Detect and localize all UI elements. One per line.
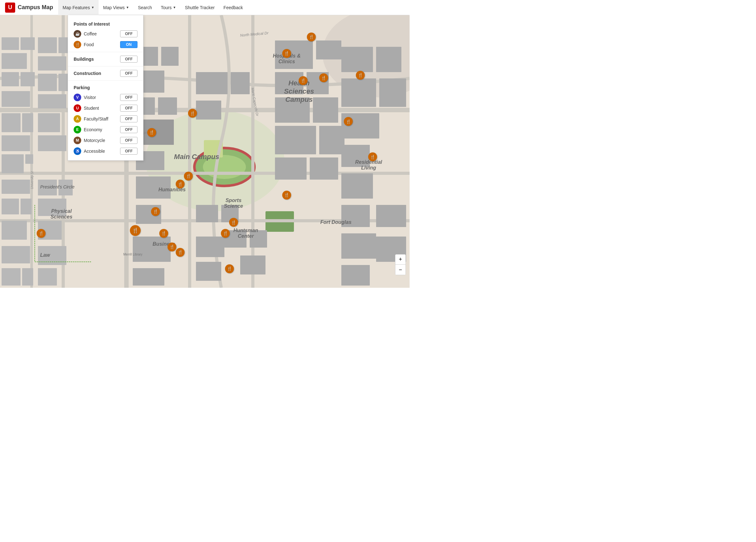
construction-toggle[interactable]: OFF xyxy=(120,70,137,77)
svg-rect-16 xyxy=(21,37,35,50)
motorcycle-toggle[interactable]: OFF xyxy=(120,137,137,144)
visitor-toggle[interactable]: OFF xyxy=(120,94,137,101)
food-marker[interactable]: 🍴 xyxy=(130,225,141,236)
svg-rect-15 xyxy=(2,37,19,50)
food-marker[interactable]: 🍴 xyxy=(184,172,193,180)
svg-rect-77 xyxy=(310,157,338,180)
svg-rect-41 xyxy=(38,180,57,195)
accessible-text: Accessible xyxy=(84,149,105,154)
brand[interactable]: U Campus Map xyxy=(0,3,58,13)
economy-toggle[interactable]: OFF xyxy=(120,126,137,133)
svg-rect-73 xyxy=(313,97,338,123)
food-icon: 🍴 xyxy=(74,41,81,48)
food-marker[interactable]: 🍴 xyxy=(299,76,308,85)
food-marker[interactable]: 🍴 xyxy=(176,248,185,257)
faculty-label: A Faculty/Staff xyxy=(74,115,118,123)
coffee-text: Coffee xyxy=(84,31,97,36)
motorcycle-row: M Motorcycle OFF xyxy=(68,135,143,146)
student-icon: U xyxy=(74,104,81,112)
student-row: U Student OFF xyxy=(68,103,143,113)
svg-rect-70 xyxy=(275,72,303,94)
buildings-text: Buildings xyxy=(74,57,94,62)
food-marker[interactable]: 🍴 xyxy=(282,49,291,58)
food-marker[interactable]: 🍴 xyxy=(344,117,353,126)
svg-point-4 xyxy=(203,155,246,179)
parking-section-header: Parking xyxy=(68,82,143,92)
svg-text:Merrill Library: Merrill Library xyxy=(123,253,143,256)
svg-rect-78 xyxy=(341,47,373,72)
faculty-icon: A xyxy=(74,115,81,123)
food-marker[interactable]: 🍴 xyxy=(168,242,176,251)
food-marker[interactable]: 🍴 xyxy=(368,152,377,161)
food-marker[interactable]: 🍴 xyxy=(147,128,156,137)
food-marker[interactable]: 🍴 xyxy=(282,191,291,199)
zoom-in-button[interactable]: + xyxy=(395,254,405,265)
food-label: 🍴 Food xyxy=(74,41,118,48)
coffee-row: ☕ Coffee OFF xyxy=(68,28,143,39)
zoom-out-button[interactable]: − xyxy=(395,265,405,275)
svg-rect-30 xyxy=(2,246,30,263)
map-container[interactable]: North Medical Dr Mario Capecchi Dr Unive… xyxy=(0,15,410,288)
svg-rect-69 xyxy=(316,40,341,59)
food-marker[interactable]: 🍴 xyxy=(159,229,168,238)
svg-rect-24 xyxy=(2,154,24,173)
student-toggle[interactable]: OFF xyxy=(120,105,137,112)
visitor-row: V Visitor OFF xyxy=(68,92,143,103)
construction-row: Construction OFF xyxy=(68,68,143,78)
svg-rect-20 xyxy=(2,91,30,107)
coffee-toggle[interactable]: OFF xyxy=(120,30,137,37)
construction-text: Construction xyxy=(74,71,101,76)
svg-rect-36 xyxy=(38,74,57,91)
nav-shuttle-tracker[interactable]: Shuttle Tracker xyxy=(180,0,219,15)
food-marker[interactable]: 🍴 xyxy=(176,180,185,188)
svg-rect-26 xyxy=(2,180,30,194)
svg-rect-27 xyxy=(2,198,19,214)
food-marker[interactable]: 🍴 xyxy=(221,229,230,238)
buildings-label: Buildings xyxy=(74,57,118,62)
nav-tours[interactable]: Tours ▼ xyxy=(156,0,180,15)
svg-rect-57 xyxy=(133,268,164,286)
svg-text:University St: University St xyxy=(30,171,34,189)
food-toggle[interactable]: ON xyxy=(120,41,137,48)
buildings-row: Buildings OFF xyxy=(68,54,143,64)
chevron-down-icon: ▼ xyxy=(173,6,176,9)
nav-search[interactable]: Search xyxy=(133,0,156,15)
food-marker[interactable]: 🍴 xyxy=(225,264,234,273)
svg-rect-66 xyxy=(250,230,267,247)
svg-rect-31 xyxy=(2,268,21,286)
nav-map-views[interactable]: Map Views ▼ xyxy=(99,0,133,15)
nav-map-features[interactable]: Map Features ▼ xyxy=(58,0,99,15)
economy-row: E Economy OFF xyxy=(68,124,143,135)
svg-rect-32 xyxy=(22,268,33,286)
svg-rect-40 xyxy=(38,135,66,151)
navbar: U Campus Map Map Features ▼ Map Views ▼ … xyxy=(0,0,410,15)
food-marker[interactable]: 🍴 xyxy=(307,33,316,41)
svg-rect-58 xyxy=(196,72,228,94)
svg-rect-83 xyxy=(341,145,370,167)
accessible-toggle[interactable]: OFF xyxy=(120,148,137,155)
svg-rect-84 xyxy=(341,173,373,198)
svg-rect-46 xyxy=(38,268,57,286)
svg-rect-85 xyxy=(341,205,370,227)
food-marker[interactable]: 🍴 xyxy=(356,71,365,80)
svg-rect-54 xyxy=(136,176,171,198)
svg-rect-51 xyxy=(158,97,177,115)
food-marker[interactable]: 🍴 xyxy=(229,218,238,227)
food-marker[interactable]: 🍴 xyxy=(188,109,197,118)
buildings-toggle[interactable]: OFF xyxy=(120,56,137,63)
svg-rect-72 xyxy=(275,97,310,123)
svg-rect-42 xyxy=(58,180,73,195)
faculty-toggle[interactable]: OFF xyxy=(120,115,137,122)
food-marker[interactable]: 🍴 xyxy=(319,73,328,82)
svg-rect-28 xyxy=(21,198,32,214)
svg-rect-29 xyxy=(2,221,27,240)
food-marker[interactable]: 🍴 xyxy=(151,207,160,216)
nav-feedback[interactable]: Feedback xyxy=(219,0,247,15)
food-marker[interactable]: 🍴 xyxy=(37,229,46,238)
app-title: Campus Map xyxy=(18,4,53,11)
svg-rect-61 xyxy=(196,205,218,222)
map-background: North Medical Dr Mario Capecchi Dr Unive… xyxy=(0,15,410,288)
faculty-text: Faculty/Staff xyxy=(84,116,108,121)
motorcycle-icon: M xyxy=(74,137,81,144)
accessible-label: ♿ Accessible xyxy=(74,147,118,155)
